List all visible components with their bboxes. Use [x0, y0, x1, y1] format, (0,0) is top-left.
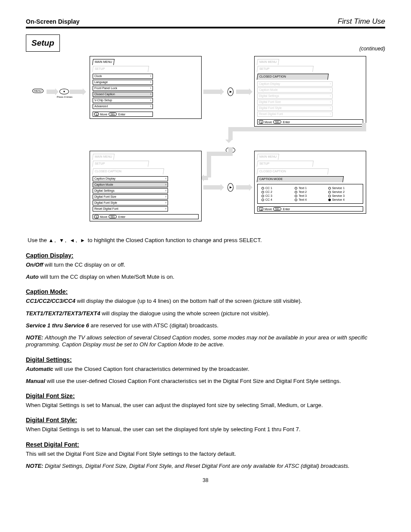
updown-icon: ⇅: [94, 215, 99, 218]
menu-row[interactable]: Clock›: [93, 74, 153, 79]
chevron-right-icon: ›: [330, 82, 331, 86]
chevron-right-icon: ›: [150, 74, 151, 78]
arrow-left-icon: [204, 176, 208, 180]
tab-setup: SETUP: [95, 66, 105, 72]
updown-icon: ⇅: [259, 120, 263, 124]
menu-row[interactable]: Digital Font Style›: [257, 106, 333, 111]
dpad-right-button[interactable]: ▶: [227, 183, 234, 192]
note-paragraph: NOTE: Although the TV allows selection o…: [26, 334, 385, 348]
instruction-line: Use the ▲, ▼, ◄, ► to highlight the Clos…: [28, 237, 383, 244]
radio-option[interactable]: CC 1: [262, 187, 292, 190]
arrow-icon: [70, 90, 83, 94]
chevron-right-icon: ›: [330, 100, 331, 104]
dpad-down-button[interactable]: ▼: [59, 89, 69, 94]
paragraph: Manual will use the user-defined Closed …: [26, 378, 385, 385]
radio-option[interactable]: CC 2: [262, 190, 292, 193]
radio-option[interactable]: Service 1: [328, 187, 359, 190]
radio-option[interactable]: Text 1: [295, 187, 325, 190]
menu-row[interactable]: Digital Settings›: [257, 93, 333, 99]
updown-icon: ⇅: [94, 112, 99, 116]
osd-panel-2: MAIN MENU SETUP CLOSED CAPTION Caption D…: [254, 56, 366, 127]
paragraph: CC1/CC2/CC3/CC4 will display the dialogu…: [26, 298, 385, 305]
arrow-icon: [236, 90, 249, 94]
subheading-caption-mode: Caption Mode:: [26, 288, 385, 295]
menu-button[interactable]: MENU: [32, 89, 44, 93]
tab-main: MAIN MENU: [259, 154, 277, 159]
flow-path: [233, 127, 366, 131]
menu-row[interactable]: Caption Display›: [93, 176, 168, 181]
tab-setup: SETUP: [259, 66, 269, 72]
paragraph: Automatic will use the Closed Caption fo…: [26, 366, 385, 373]
subheading-reset-digital-font: Reset Digital Font:: [26, 441, 385, 448]
updown-icon: ⇅: [259, 207, 263, 211]
menu-row[interactable]: Digital Font Size›: [257, 100, 333, 105]
tab-main: MAIN MENU: [95, 154, 112, 159]
arrow-down-icon: [225, 140, 232, 143]
radio-option[interactable]: CC 3: [262, 194, 292, 197]
page-header: On-Screen Display First Time Use: [26, 17, 385, 28]
chevron-right-icon: ›: [330, 106, 331, 110]
chevron-right-icon: ›: [165, 207, 166, 211]
menu-row[interactable]: Language›: [93, 80, 153, 85]
osd-panel-3: MAIN MENU SETUP CLOSED CAPTION Caption D…: [90, 151, 202, 221]
menu-row[interactable]: Caption Mode›: [257, 87, 333, 93]
menu-row[interactable]: Digital Settings›: [93, 188, 168, 193]
tab-captionmode: CAPTION MODE: [259, 177, 283, 182]
flow-diagram: MENU ▼ Press 3 times MAIN MENU SETUP Clo…: [26, 56, 385, 228]
radio-option[interactable]: Text 3: [295, 194, 325, 197]
menu-row-highlighted[interactable]: Caption Mode›: [93, 182, 168, 187]
menu-row-highlighted[interactable]: Closed Caption›: [93, 92, 153, 97]
flow-path: [362, 123, 366, 131]
footer-bar: ⇅ Move SEL Enter: [93, 214, 199, 219]
radio-option-selected[interactable]: Service 4: [328, 198, 359, 201]
radio-option[interactable]: Service 2: [328, 190, 359, 193]
osd-panel-4: MAIN MENU SETUP CLOSED CAPTION CAPTION M…: [254, 151, 366, 214]
chevron-right-icon: ›: [165, 183, 166, 187]
radio-option[interactable]: Text 2: [295, 190, 325, 193]
menu-row[interactable]: Reset Digital Font›: [257, 112, 333, 117]
tab-main: MAIN MENU: [95, 59, 112, 65]
continued-label: (continued): [359, 46, 385, 52]
sel-badge: SEL: [109, 112, 117, 116]
menu-row[interactable]: Reset Digital Font›: [93, 206, 168, 212]
chevron-right-icon: ›: [165, 189, 166, 193]
chevron-right-icon: ›: [150, 98, 151, 103]
subheading-digital-settings: Digital Settings:: [26, 356, 385, 363]
menu-row[interactable]: Digital Font Style›: [93, 200, 168, 205]
subheading-caption-display: Caption Display:: [26, 252, 385, 259]
paragraph: Auto will turn the CC display on when Mu…: [26, 274, 385, 280]
tab-closedcaption: CLOSED CAPTION: [95, 169, 121, 174]
subheading-digital-font-style: Digital Font Style:: [26, 417, 385, 423]
sel-badge: SEL: [109, 215, 117, 218]
arrow-icon: [47, 90, 55, 94]
radio-option[interactable]: Service 3: [328, 194, 359, 197]
menu-row[interactable]: Caption Display›: [257, 81, 333, 87]
arrow-keys-icon: ▲, ▼, ◄, ►: [48, 237, 86, 243]
note-paragraph: NOTE: Digital Settings, Digital Font Siz…: [26, 463, 385, 470]
tab-closedcaption: CLOSED CAPTION: [259, 74, 286, 79]
menu-row[interactable]: V-Chip Setup›: [93, 98, 153, 103]
tab-setup: SETUP: [259, 161, 269, 166]
header-right: First Time Use: [338, 17, 385, 26]
flow-path: [207, 152, 211, 177]
paragraph: Service 1 thru Service 6 are reserved fo…: [26, 322, 385, 329]
dpad-right-button[interactable]: ▶: [227, 87, 234, 96]
chevron-right-icon: ›: [330, 112, 331, 116]
paragraph: TEXT1/TEXT2/TEXT3/TEXT4 will display the…: [26, 310, 385, 317]
chevron-right-icon: ›: [150, 104, 151, 109]
chevron-right-icon: ›: [150, 80, 151, 84]
section-box: Setup: [26, 34, 60, 52]
menu-row[interactable]: Digital Font Size›: [93, 194, 168, 199]
paragraph: This will set the Digital Font Size and …: [26, 451, 385, 457]
radio-option[interactable]: Text 4: [295, 198, 325, 201]
sel-badge: SEL: [273, 120, 281, 124]
menu-row[interactable]: Advanced›: [93, 104, 153, 109]
tab-main: MAIN MENU: [259, 59, 277, 65]
menu-row[interactable]: Front Panel Lock›: [93, 86, 153, 91]
paragraph: When Digital Settings is set to Manual, …: [26, 402, 385, 409]
radio-option[interactable]: CC 4: [262, 198, 292, 201]
page-number: 38: [202, 477, 208, 483]
footer-bar: ⇅ Move SEL Enter: [93, 112, 153, 117]
chevron-right-icon: ›: [150, 92, 151, 96]
footer-bar: ⇅ Move SEL Enter: [257, 206, 363, 212]
